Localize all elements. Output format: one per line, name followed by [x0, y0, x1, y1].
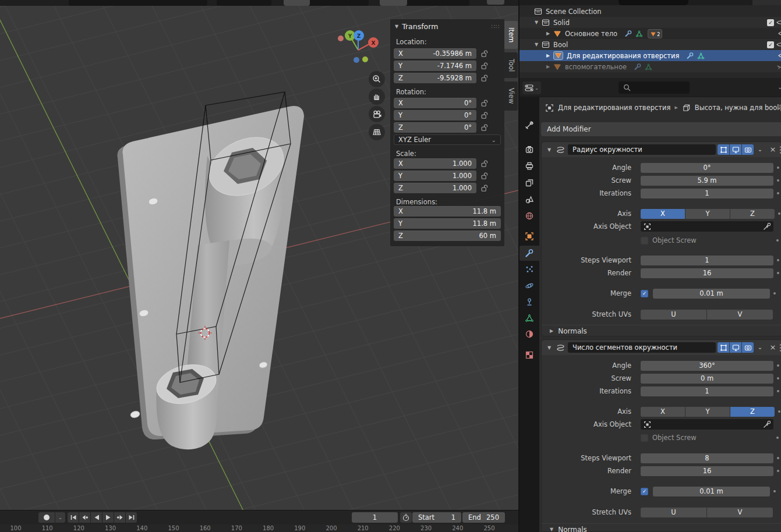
- axis-y-button[interactable]: Y: [685, 407, 730, 417]
- sidebar-tab-tool[interactable]: Tool: [504, 52, 518, 78]
- animate-dot[interactable]: [777, 457, 779, 459]
- object-screw-checkbox[interactable]: [641, 434, 648, 442]
- camera-view-button[interactable]: [369, 106, 385, 122]
- header-button-group[interactable]: [69, 0, 207, 6]
- gizmo-z-ball[interactable]: Z: [354, 30, 364, 41]
- screw-field[interactable]: 5.9 m: [641, 176, 773, 186]
- animate-dot[interactable]: [778, 410, 780, 413]
- header-button-active[interactable]: [487, 0, 504, 5]
- frame-start-field[interactable]: Start 1: [412, 512, 461, 523]
- expand-icon[interactable]: ▼: [535, 42, 542, 47]
- scale-x-field[interactable]: X 1.000: [394, 158, 476, 169]
- merge-checkbox[interactable]: ✓: [641, 290, 648, 297]
- modifier-header[interactable]: ▼ Радиус окружности ⌄ ×: [542, 142, 781, 157]
- rotation-mode-dropdown[interactable]: XYZ Euler ⌄: [394, 134, 501, 145]
- next-keyframe-button[interactable]: [114, 512, 125, 523]
- outliner-filter-field[interactable]: [619, 0, 688, 5]
- merge-distance-field[interactable]: 0.01 m: [653, 289, 770, 299]
- breadcrumb-object[interactable]: Для редактирования отверстия: [558, 104, 670, 112]
- tab-object-data[interactable]: [520, 311, 539, 326]
- axis-x-button[interactable]: X: [641, 209, 685, 219]
- location-z-field[interactable]: Z -9.5928 m: [394, 73, 476, 83]
- eyedropper-icon[interactable]: [763, 223, 771, 230]
- outliner-row-solid[interactable]: ▼ Solid ✓: [520, 17, 781, 28]
- display-editmode-toggle[interactable]: [718, 342, 729, 353]
- stretch-v-button[interactable]: V: [707, 508, 773, 517]
- jump-to-start-button[interactable]: [68, 512, 79, 523]
- tab-render[interactable]: [520, 142, 539, 157]
- expand-icon[interactable]: ▶: [546, 64, 553, 69]
- expand-icon[interactable]: ▶: [546, 31, 553, 36]
- rotation-x-field[interactable]: X 0°: [394, 98, 476, 108]
- outliner-row-scene-collection[interactable]: Scene Collection: [520, 6, 781, 17]
- lock-icon[interactable]: [481, 112, 488, 119]
- gizmo-neg-y[interactable]: [362, 56, 368, 62]
- axis-z-button[interactable]: Z: [730, 407, 775, 417]
- auto-keying-button[interactable]: [38, 512, 55, 523]
- animate-dot[interactable]: [776, 437, 779, 439]
- merge-distance-field[interactable]: 0.01 m: [653, 487, 770, 496]
- dimensions-y-field[interactable]: Y 11.8 m: [394, 218, 501, 229]
- stretch-u-button[interactable]: U: [641, 508, 706, 517]
- use-preview-range-button[interactable]: [400, 512, 412, 523]
- animate-dot[interactable]: [777, 166, 779, 169]
- tab-view-layer[interactable]: [520, 175, 539, 190]
- expand-icon[interactable]: ▼: [547, 147, 551, 152]
- properties-search-input[interactable]: [619, 81, 690, 94]
- dimensions-z-field[interactable]: Z 60 m: [394, 230, 501, 241]
- animate-dot[interactable]: [776, 239, 779, 242]
- location-x-field[interactable]: X -0.35986 m: [394, 48, 476, 59]
- tab-tool[interactable]: [520, 118, 539, 133]
- gizmo-neg-z[interactable]: [354, 57, 359, 63]
- tab-physics[interactable]: [520, 278, 539, 293]
- rotation-y-field[interactable]: Y 0°: [394, 110, 476, 120]
- axis-x-button[interactable]: X: [641, 407, 685, 417]
- prev-keyframe-button[interactable]: [79, 512, 90, 523]
- modifier-name-input[interactable]: Число сегментов окружности: [568, 342, 716, 353]
- zoom-button[interactable]: [369, 71, 385, 87]
- linked-users-badge[interactable]: 2: [648, 29, 662, 38]
- object-screw-checkbox[interactable]: [641, 237, 648, 244]
- timeline-editor[interactable]: ⌄: [0, 510, 518, 532]
- chevron-down-icon[interactable]: ⌄: [778, 84, 781, 90]
- lock-icon[interactable]: [481, 62, 488, 70]
- tab-scene[interactable]: [520, 192, 539, 207]
- modifier-header[interactable]: ▼ Число сегментов окружности ⌄: [542, 340, 781, 355]
- modifier-extras-dropdown[interactable]: ⌄: [755, 342, 765, 353]
- location-y-field[interactable]: Y -7.1746 m: [394, 61, 476, 71]
- sidebar-tab-view[interactable]: View: [504, 81, 518, 111]
- lock-icon[interactable]: [481, 100, 488, 107]
- lock-icon[interactable]: [481, 185, 488, 192]
- expand-icon[interactable]: ▶: [546, 53, 553, 58]
- frame-ruler[interactable]: 1001101201301401501601701801902002102202…: [0, 524, 518, 532]
- auto-keying-dropdown[interactable]: ⌄: [55, 512, 65, 523]
- animate-dot[interactable]: [773, 490, 776, 492]
- pin-icon[interactable]: [778, 104, 781, 112]
- axis-z-button[interactable]: Z: [730, 209, 775, 219]
- stretch-u-button[interactable]: U: [641, 310, 706, 320]
- lock-icon[interactable]: [481, 160, 488, 168]
- tab-texture[interactable]: [520, 347, 539, 363]
- tab-particles[interactable]: [520, 262, 539, 277]
- tab-world[interactable]: [520, 208, 539, 224]
- header-button-active[interactable]: [380, 0, 407, 6]
- panel-expand-icon[interactable]: ▼: [395, 24, 398, 29]
- lock-icon[interactable]: [481, 124, 488, 132]
- animate-dot[interactable]: [773, 292, 776, 295]
- frame-end-field[interactable]: End 250: [462, 512, 505, 523]
- display-realtime-toggle[interactable]: [730, 144, 741, 155]
- modifier-close-button[interactable]: ×: [768, 342, 778, 353]
- tab-constraints[interactable]: [520, 295, 539, 310]
- outliner-editor[interactable]: Scene Collection ▼ Solid ✓ ▶ Основное: [518, 0, 781, 78]
- header-button-active[interactable]: [284, 0, 310, 6]
- exclude-checkbox[interactable]: ✓: [767, 41, 774, 48]
- animate-dot[interactable]: [777, 272, 779, 274]
- steps-viewport-field[interactable]: 1: [641, 256, 773, 265]
- scale-z-field[interactable]: Z 1.000: [394, 183, 476, 193]
- animate-dot[interactable]: [777, 470, 779, 472]
- outliner-row-osnovnoe-telo[interactable]: ▶ Основное тело 2: [520, 28, 781, 39]
- eye-icon[interactable]: [776, 19, 781, 26]
- render-steps-field[interactable]: 16: [641, 268, 773, 278]
- pan-button[interactable]: [369, 88, 385, 105]
- panel-grip-icon[interactable]: ∷∷: [491, 23, 500, 30]
